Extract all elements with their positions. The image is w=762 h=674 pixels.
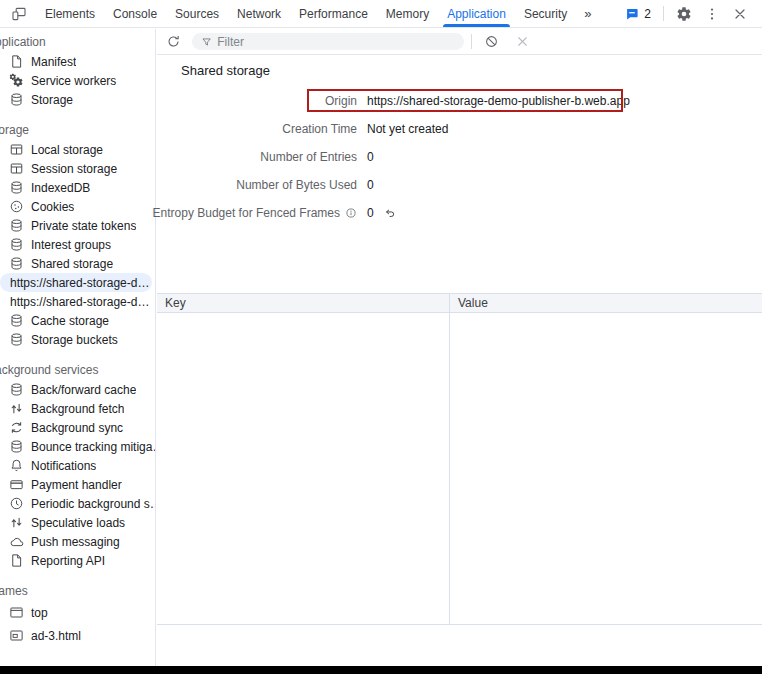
meta-label-text: Entropy Budget for Fenced Frames — [153, 206, 340, 220]
sidebar-item-service-workers[interactable]: Service workers — [0, 71, 155, 90]
sidebar-item-reporting-api[interactable]: Reporting API — [0, 551, 155, 570]
sidebar-item-local-storage[interactable]: Local storage — [0, 140, 155, 159]
devtools-tab-bar: ElementsConsoleSourcesNetworkPerformance… — [0, 0, 762, 28]
filter-box[interactable] — [192, 33, 464, 50]
meta-value-number-of-bytes-used: 0 — [367, 178, 762, 192]
column-divider[interactable] — [449, 313, 450, 624]
table-icon — [8, 161, 24, 177]
table-header-row: Key Value — [157, 294, 762, 313]
clear-all-button[interactable] — [479, 30, 503, 54]
toolbar-divider — [663, 6, 664, 21]
sidebar-item-https-shared-storage-d-2[interactable]: https://shared-storage-d… — [0, 292, 155, 311]
toggle-device-toolbar-button[interactable] — [5, 0, 33, 27]
clear-circle-slash-icon — [484, 34, 499, 49]
issues-badge[interactable]: 2 — [625, 7, 651, 21]
sidebar-item-label: Service workers — [31, 74, 116, 88]
refresh-icon — [166, 34, 181, 49]
sidebar-item-back-forward-cache[interactable]: Back/forward cache — [0, 380, 155, 399]
sidebar-item-label: Background fetch — [31, 402, 124, 416]
sidebar-item-ad-3-html[interactable]: ad-3.html — [0, 624, 155, 647]
table-body — [157, 313, 762, 624]
tab-performance[interactable]: Performance — [290, 0, 377, 27]
sidebar-item-indexeddb[interactable]: IndexedDB — [0, 178, 155, 197]
tab-console[interactable]: Console — [104, 0, 166, 27]
bell-icon — [8, 458, 24, 474]
database-icon — [8, 237, 24, 253]
gear-icon — [676, 6, 692, 22]
sidebar-item-background-sync[interactable]: Background sync — [0, 418, 155, 437]
sidebar-section-title: Storage — [0, 121, 155, 140]
sidebar-item-private-state-tokens[interactable]: Private state tokens — [0, 216, 155, 235]
service-worker-icon — [8, 73, 24, 89]
sidebar-item-push-messaging[interactable]: Push messaging — [0, 532, 155, 551]
close-devtools-button[interactable] — [732, 6, 748, 22]
shared-storage-panel: Shared storage Origin https://shared-sto… — [157, 29, 762, 666]
sidebar-item-label: Cache storage — [31, 314, 109, 328]
sidebar-item-payment-handler[interactable]: Payment handler — [0, 475, 155, 494]
meta-value-origin: https://shared-storage-demo-publisher-b.… — [367, 94, 762, 108]
database-icon — [8, 332, 24, 348]
sidebar-item-label: Payment handler — [31, 478, 122, 492]
close-icon — [732, 6, 748, 22]
metadata-row-creation-time: Creation Time Not yet created — [157, 115, 762, 143]
sidebar-item-interest-groups[interactable]: Interest groups — [0, 235, 155, 254]
sidebar-item-label: IndexedDB — [31, 181, 90, 195]
sidebar-item-periodic-background-s[interactable]: Periodic background s… — [0, 494, 155, 513]
main-menu-button[interactable] — [704, 6, 720, 22]
database-icon — [8, 256, 24, 272]
toolbar-right-cluster: 2 — [625, 6, 762, 22]
device-toolbar-icon — [11, 6, 27, 22]
sidebar-item-cookies[interactable]: Cookies — [0, 197, 155, 216]
tab-sources[interactable]: Sources — [166, 0, 228, 27]
metadata-row-entropy-budget: Entropy Budget for Fenced Frames 0 — [157, 199, 762, 227]
sidebar-item-label: Interest groups — [31, 238, 111, 252]
settings-button[interactable] — [676, 6, 692, 22]
meta-label-entropy-budget: Entropy Budget for Fenced Frames — [157, 206, 357, 220]
sidebar-item-bounce-tracking-mitiga[interactable]: Bounce tracking mitiga… — [0, 437, 155, 456]
sidebar-item-label: Shared storage — [31, 257, 113, 271]
sidebar-item-manifest[interactable]: Manifest — [0, 52, 155, 71]
more-tabs-button[interactable]: » — [576, 0, 599, 27]
sidebar-item-storage-buckets[interactable]: Storage buckets — [0, 330, 155, 349]
kebab-menu-icon — [704, 6, 720, 22]
frame-icon — [8, 605, 24, 621]
sidebar-item-label: https://shared-storage-d… — [10, 276, 149, 290]
filter-funnel-icon — [201, 36, 212, 48]
delete-selected-button[interactable] — [510, 30, 534, 54]
sidebar-item-label: Back/forward cache — [31, 383, 136, 397]
database-icon — [8, 92, 24, 108]
sidebar-item-storage[interactable]: Storage — [0, 90, 155, 109]
sidebar-item-https-shared-storage-d[interactable]: https://shared-storage-d… — [0, 273, 152, 292]
tab-security[interactable]: Security — [515, 0, 576, 27]
sidebar-item-top[interactable]: top — [0, 601, 155, 624]
application-sidebar: ApplicationManifestService workersStorag… — [0, 29, 156, 666]
info-icon[interactable] — [345, 207, 357, 219]
tab-network[interactable]: Network — [228, 0, 290, 27]
refresh-button[interactable] — [161, 30, 185, 54]
reset-budget-button[interactable] — [383, 206, 397, 220]
sidebar-item-speculative-loads[interactable]: Speculative loads — [0, 513, 155, 532]
metadata-row-number-of-entries: Number of Entries 0 — [157, 143, 762, 171]
iframe-icon — [8, 628, 24, 644]
column-header-value[interactable]: Value — [449, 294, 762, 312]
database-icon — [8, 382, 24, 398]
sidebar-item-label: Reporting API — [31, 554, 105, 568]
sidebar-item-background-fetch[interactable]: Background fetch — [0, 399, 155, 418]
toolbar-divider — [471, 34, 472, 49]
up-down-arrows-icon — [8, 401, 24, 417]
sidebar-item-cache-storage[interactable]: Cache storage — [0, 311, 155, 330]
sidebar-item-shared-storage[interactable]: Shared storage — [0, 254, 155, 273]
sidebar-item-notifications[interactable]: Notifications — [0, 456, 155, 475]
devtools-window: ElementsConsoleSourcesNetworkPerformance… — [0, 0, 762, 674]
tab-application[interactable]: Application — [438, 0, 515, 27]
column-header-key[interactable]: Key — [157, 294, 449, 312]
meta-label-number-of-bytes-used: Number of Bytes Used — [157, 178, 357, 192]
tab-elements[interactable]: Elements — [36, 0, 104, 27]
metadata-view: Origin https://shared-storage-demo-publi… — [157, 87, 762, 227]
filter-input[interactable] — [217, 35, 455, 49]
tab-memory[interactable]: Memory — [377, 0, 438, 27]
meta-label-creation-time: Creation Time — [157, 122, 357, 136]
meta-value-text: 0 — [367, 206, 374, 220]
sidebar-item-label: top — [31, 606, 48, 620]
sidebar-item-session-storage[interactable]: Session storage — [0, 159, 155, 178]
